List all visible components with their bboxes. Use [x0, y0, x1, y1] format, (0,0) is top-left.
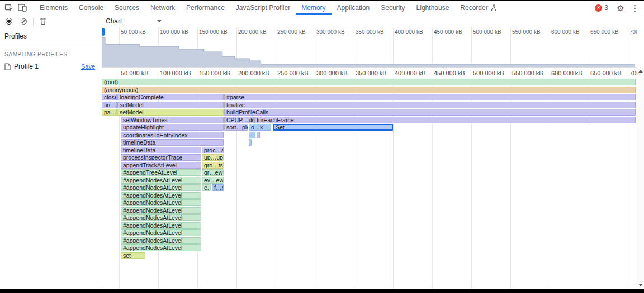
flame-chart[interactable]: (root)(anonymous)closeloadingComplete#pa…: [102, 78, 637, 289]
tab-application[interactable]: Application: [332, 1, 376, 15]
overview-tick-label: 700 000 kB: [629, 29, 637, 35]
flame-bar[interactable]: finalize: [224, 102, 636, 108]
three-dot-menu-icon: ⋮: [631, 4, 640, 12]
flame-bar[interactable]: [257, 132, 260, 138]
record-heap-profile-button[interactable]: [2, 15, 16, 27]
flame-bar-selected[interactable]: Set: [273, 124, 393, 131]
inspect-element-button[interactable]: [2, 2, 16, 14]
error-badge[interactable]: ✕ 3: [595, 4, 608, 12]
scroll-down-button[interactable]: [637, 281, 644, 289]
flame-bar[interactable]: f…r: [212, 184, 224, 191]
flame-bar[interactable]: close: [102, 94, 117, 100]
flame-bar[interactable]: setWindowTimes: [121, 117, 224, 123]
tab-console[interactable]: Console: [73, 1, 109, 15]
sidebar-item-profile-1[interactable]: Profile 1 Save: [0, 61, 101, 72]
flame-bar[interactable]: #appendNodesAtLevel: [121, 192, 201, 199]
flame-bar[interactable]: #appendNodesAtLevel: [121, 177, 201, 184]
tab-label: JavaScript Profiler: [236, 4, 290, 12]
sampling-profiles-section-label: SAMPLING PROFILES: [0, 45, 101, 61]
flame-bar[interactable]: setModel: [117, 109, 224, 116]
delete-profile-button[interactable]: [36, 15, 50, 27]
flame-bar[interactable]: loadingComplete: [117, 94, 224, 100]
flame-bar[interactable]: #appendNodesAtLevel: [121, 184, 201, 191]
clear-icon: [21, 18, 27, 25]
flame-bar[interactable]: appendTrackAtLevel: [121, 162, 201, 169]
overview-tick-label: 100 000 kB: [160, 29, 188, 35]
flame-bar[interactable]: o…k: [249, 124, 271, 131]
more-options-button[interactable]: ⋮: [628, 2, 642, 14]
view-mode-select[interactable]: Chart: [106, 17, 162, 25]
flame-bar[interactable]: #appendNodesAtLevel: [121, 207, 201, 214]
flame-bar[interactable]: buildProfileCalls: [224, 109, 636, 116]
ruler-tick-label: 100 000 kB: [160, 70, 191, 76]
flame-bar[interactable]: #appendNodesAtLevel: [121, 222, 201, 229]
flame-bar[interactable]: #appendNodesAtLevel: [121, 229, 201, 236]
flame-bar[interactable]: [249, 132, 255, 138]
flame-bar[interactable]: [249, 139, 252, 146]
flame-bar[interactable]: #appendTreeAtLevel: [121, 169, 201, 176]
overview-left-grip[interactable]: [102, 28, 105, 36]
window-bottom-edge: [0, 289, 644, 293]
tab-recorder[interactable]: Recorder: [454, 1, 501, 15]
tab-label: Elements: [40, 4, 68, 12]
tab-performance[interactable]: Performance: [181, 1, 230, 15]
flame-bar[interactable]: #parse: [224, 94, 636, 100]
flame-bar[interactable]: forEachFrame: [254, 117, 636, 123]
tab-memory[interactable]: Memory: [296, 1, 331, 15]
scroll-up-button[interactable]: [637, 68, 644, 75]
flame-bar[interactable]: timelineData: [121, 139, 224, 146]
flame-bar[interactable]: (root): [102, 79, 636, 85]
devtools-topbar: ElementsConsoleSourcesNetworkPerformance…: [0, 1, 644, 15]
overview-tick-label: 150 000 kB: [199, 29, 228, 35]
error-count: 3: [604, 4, 608, 12]
tab-network[interactable]: Network: [145, 1, 181, 15]
overview-tick-label: 300 000 kB: [316, 29, 345, 35]
tab-sources[interactable]: Sources: [109, 1, 145, 15]
ruler-tick-label: 550 000 kB: [512, 70, 543, 76]
ruler-tick-label: 250 000 kB: [277, 70, 309, 76]
flame-bar[interactable]: setModel: [117, 102, 224, 108]
flame-bar[interactable]: pa…at: [102, 109, 117, 116]
profile-name: Profile 1: [14, 63, 78, 70]
flame-bar[interactable]: #appendNodesAtLevel: [121, 237, 201, 244]
chevron-down-icon: [157, 20, 162, 22]
flame-bar[interactable]: gr…ew: [202, 169, 224, 176]
flame-bar[interactable]: gro…ts: [202, 162, 224, 169]
tab-security[interactable]: Security: [375, 1, 410, 15]
vertical-scrollbar[interactable]: [637, 68, 644, 289]
flame-bar[interactable]: ev…ew: [202, 177, 224, 184]
tab-lighthouse[interactable]: Lighthouse: [411, 1, 455, 15]
ruler-tick-label: 600 000 kB: [551, 70, 583, 76]
flame-bar[interactable]: proc…ata: [202, 147, 224, 153]
flame-bar[interactable]: e…: [202, 184, 211, 191]
save-profile-link[interactable]: Save: [81, 63, 95, 70]
clear-profiles-button[interactable]: [17, 15, 30, 27]
arrow-up-icon: [638, 70, 643, 73]
tab-javascript-profiler[interactable]: JavaScript Profiler: [230, 1, 296, 15]
flame-bar[interactable]: set: [121, 252, 145, 259]
flame-bar[interactable]: timelineData: [121, 147, 201, 153]
flame-bar[interactable]: #appendNodesAtLevel: [121, 199, 201, 206]
devtools-window: ElementsConsoleSourcesNetworkPerformance…: [0, 0, 644, 293]
ruler-tick-label: 400 000 kB: [395, 70, 426, 76]
flame-bar[interactable]: up…up: [202, 154, 224, 161]
flame-bar[interactable]: processInspectorTrace: [121, 154, 201, 161]
tab-label: Memory: [301, 4, 325, 12]
flame-bar[interactable]: coordinatesToEntryIndex: [121, 132, 224, 138]
flame-bar[interactable]: #appendNodesAtLevel: [121, 214, 201, 221]
ruler-tick-label: 700 000 kB: [629, 70, 637, 76]
flame-bar[interactable]: sort…ples: [224, 124, 248, 131]
device-toolbar-button[interactable]: [16, 2, 29, 14]
memory-overview[interactable]: 50 000 kB100 000 kB150 000 kB200 000 kB2…: [102, 27, 637, 68]
flame-bar[interactable]: (anonymous): [102, 87, 636, 93]
tab-label: Security: [381, 4, 405, 12]
settings-gear-button[interactable]: ⚙: [614, 2, 627, 14]
flame-bar[interactable]: updateHighlight: [121, 124, 224, 131]
flame-bar[interactable]: #appendNodesAtLevel: [121, 244, 201, 251]
ruler-tick-label: 150 000 kB: [199, 70, 230, 76]
record-icon: [6, 18, 12, 25]
tab-elements[interactable]: Elements: [34, 1, 73, 15]
toolbar-separator: [33, 17, 34, 26]
flame-bar[interactable]: CPUP…del: [224, 117, 254, 123]
flame-bar[interactable]: fin…ce: [102, 102, 117, 108]
